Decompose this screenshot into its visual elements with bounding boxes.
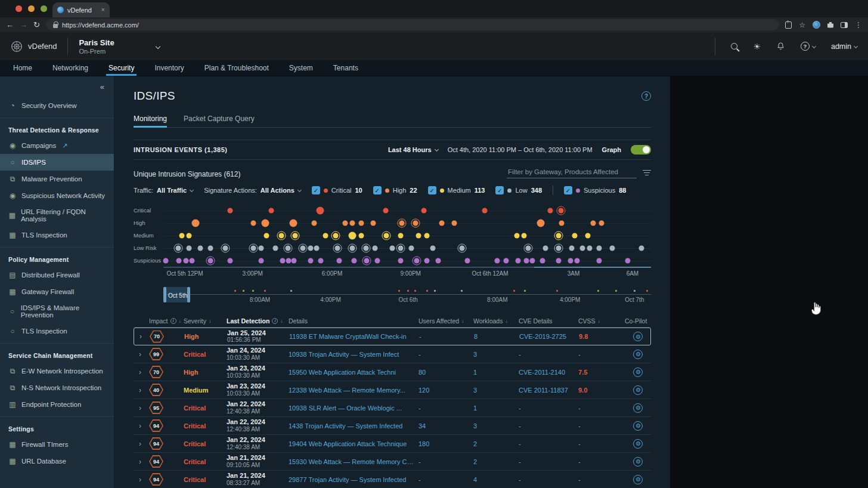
bookmark-star-icon[interactable]: ☆	[799, 21, 805, 29]
column-header-cvss[interactable]: CVSS↓	[578, 317, 625, 325]
table-row[interactable]: ›95CriticalJan 22, 202412:40:38 AM10938 …	[134, 399, 651, 417]
event-dot[interactable]	[187, 233, 192, 239]
tab-close-icon[interactable]: ×	[101, 7, 105, 13]
info-icon[interactable]: i	[272, 318, 278, 324]
event-dot[interactable]	[414, 258, 420, 264]
sidebar-item-tls-inspection[interactable]: ▦TLS Inspection	[0, 227, 114, 243]
workloads-cell[interactable]: 8	[474, 333, 519, 340]
event-dot[interactable]	[398, 258, 404, 264]
sort-icon[interactable]: ↓	[598, 318, 601, 324]
side-panel-icon[interactable]	[841, 22, 848, 28]
copilot-icon[interactable]	[633, 332, 643, 341]
close-window-button[interactable]	[16, 5, 22, 12]
event-dot[interactable]	[351, 258, 356, 264]
sidebar-item-gateway-firewall[interactable]: ▦Gateway Firewall	[0, 283, 114, 300]
event-dot[interactable]	[398, 246, 403, 251]
event-dot[interactable]	[292, 233, 297, 239]
table-row[interactable]: ›70HighJan 23, 202410:03:30 AM15950 Web …	[134, 363, 651, 381]
event-dot[interactable]	[399, 221, 405, 226]
event-dot[interactable]	[537, 220, 545, 227]
detail-link[interactable]: 12338 Web Attack — Remote Memory...	[289, 387, 418, 394]
users-affected-cell[interactable]: 34	[418, 422, 473, 430]
event-dot[interactable]	[375, 258, 380, 264]
event-dot[interactable]	[280, 258, 285, 264]
copilot-icon[interactable]	[633, 439, 643, 449]
event-dot[interactable]	[424, 233, 429, 239]
event-dot[interactable]	[359, 233, 364, 239]
event-dot[interactable]	[451, 221, 457, 226]
event-dot[interactable]	[572, 233, 578, 239]
event-dot[interactable]	[292, 258, 297, 264]
users-affected-cell[interactable]: 80	[418, 369, 473, 376]
row-expand-icon[interactable]: ›	[134, 475, 149, 484]
event-dot[interactable]	[176, 258, 182, 264]
event-dot[interactable]	[364, 246, 369, 251]
nav-item-system[interactable]: System	[289, 60, 313, 76]
event-dot[interactable]	[625, 258, 630, 264]
users-affected-cell[interactable]: 180	[418, 440, 473, 447]
event-dot[interactable]	[587, 246, 592, 251]
traffic-dropdown[interactable]: Traffic: All Traffic	[134, 187, 193, 194]
row-expand-icon[interactable]: ›	[134, 386, 149, 394]
share-icon[interactable]	[785, 21, 792, 29]
browser-menu-icon[interactable]: ⋮	[855, 21, 862, 29]
sidebar-item-e-w-network-introspection[interactable]: ⧉E-W Network Introspection	[0, 363, 114, 379]
row-expand-icon[interactable]: ›	[134, 422, 149, 430]
detail-link[interactable]: 11938 ET Malware CryptalWall Check-in	[289, 333, 419, 340]
sort-icon[interactable]: ↓	[179, 318, 182, 324]
theme-brightness-icon[interactable]: ☀	[753, 42, 761, 51]
event-dot[interactable]	[522, 233, 527, 239]
brush-handle-right[interactable]	[187, 287, 190, 302]
event-dot[interactable]	[286, 258, 292, 264]
event-dot[interactable]	[413, 221, 418, 226]
sort-icon[interactable]: ↓	[280, 318, 283, 324]
event-dot[interactable]	[349, 232, 356, 240]
event-dot[interactable]	[558, 208, 563, 214]
event-dot[interactable]	[208, 246, 213, 251]
table-row[interactable]: ›94CriticalJan 22, 202412:40:38 AM1438 T…	[134, 417, 651, 435]
event-dot[interactable]	[543, 246, 548, 251]
tab-packet-capture-query[interactable]: Packet Capture Query	[184, 115, 255, 127]
event-dot[interactable]	[318, 258, 324, 264]
event-dot[interactable]	[259, 246, 264, 251]
copilot-icon[interactable]	[633, 457, 643, 467]
copilot-icon[interactable]	[633, 385, 643, 395]
sort-icon[interactable]: ↓	[461, 318, 464, 324]
event-dot[interactable]	[316, 207, 324, 215]
extensions-icon[interactable]	[827, 22, 833, 28]
event-dot[interactable]	[314, 246, 319, 251]
severity-filter-high[interactable]: ✓High22	[373, 186, 417, 194]
workloads-cell[interactable]: 1	[473, 404, 519, 412]
copilot-icon[interactable]	[633, 367, 643, 377]
event-dot[interactable]	[364, 258, 370, 264]
signature-actions-dropdown[interactable]: Signature Actions: All Actions	[204, 187, 301, 194]
row-expand-icon[interactable]: ›	[134, 350, 149, 359]
row-expand-icon[interactable]: ›	[134, 404, 149, 412]
nav-item-home[interactable]: Home	[13, 60, 32, 76]
cve-link[interactable]: CVE-2011-2140	[519, 369, 578, 376]
event-dot[interactable]	[421, 208, 426, 214]
event-dot[interactable]	[514, 233, 520, 239]
column-header-impact[interactable]: Impacti↓	[149, 317, 184, 325]
event-dot[interactable]	[311, 221, 317, 226]
event-dot[interactable]	[383, 208, 389, 214]
event-dot[interactable]	[597, 258, 602, 264]
sidebar-item-endpoint-protection[interactable]: ▥Endpoint Protection	[0, 396, 114, 413]
event-dot[interactable]	[343, 221, 348, 226]
row-expand-icon[interactable]: ›	[134, 440, 149, 448]
nav-item-security[interactable]: Security	[108, 60, 134, 76]
event-dot[interactable]	[350, 246, 355, 251]
event-dot[interactable]	[268, 208, 274, 214]
event-dot[interactable]	[591, 221, 596, 226]
tab-monitoring[interactable]: Monitoring	[134, 115, 167, 127]
graph-toggle[interactable]	[631, 145, 651, 155]
sort-icon[interactable]: ↓	[505, 318, 508, 324]
table-row[interactable]: ›94CriticalJan 21, 202409:10:05 AM15930 …	[134, 453, 651, 471]
event-dot[interactable]	[308, 246, 314, 251]
event-dot[interactable]	[579, 246, 585, 251]
event-dot[interactable]	[278, 233, 284, 239]
event-dot[interactable]	[530, 258, 535, 264]
cve-link[interactable]: CVE 2011-11837	[519, 387, 578, 394]
event-dot[interactable]	[335, 246, 340, 251]
filter-funnel-icon[interactable]	[643, 168, 651, 177]
